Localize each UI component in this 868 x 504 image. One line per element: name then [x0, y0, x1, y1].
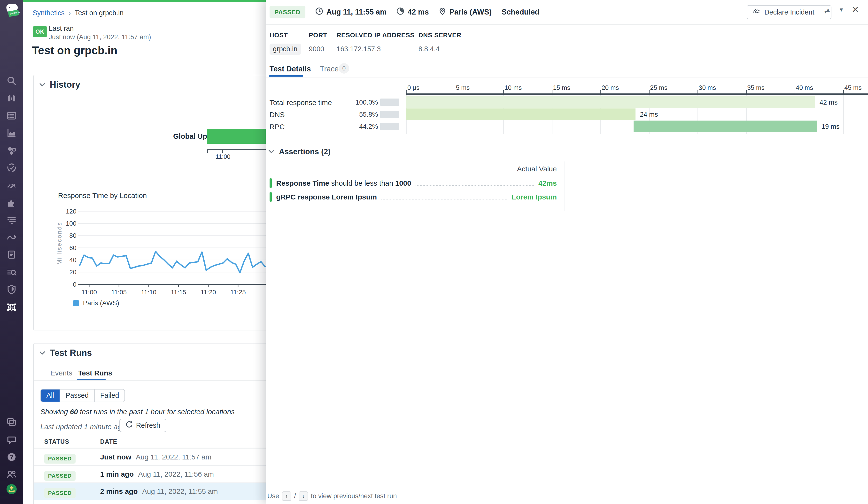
- waterfall-percent-minibar: [380, 123, 399, 130]
- uptime-tick-label: 11:00: [213, 153, 234, 160]
- filter-passed-button[interactable]: Passed: [60, 389, 95, 402]
- svg-text:60: 60: [69, 244, 76, 252]
- refresh-button[interactable]: Refresh: [120, 419, 166, 432]
- logs-icon[interactable]: [6, 214, 17, 225]
- result-location: Paris (AWS): [439, 7, 492, 17]
- run-status-badge: PASSED: [44, 471, 76, 481]
- search-icon[interactable]: [6, 75, 17, 86]
- previous-run-button[interactable]: ▲: [825, 7, 831, 13]
- chart-legend[interactable]: Paris (AWS): [73, 299, 119, 307]
- result-trigger: Scheduled: [502, 8, 539, 17]
- recent-pages-icon[interactable]: [6, 416, 17, 427]
- tab-trace[interactable]: Trace: [320, 65, 339, 73]
- tab-test-runs[interactable]: Test Runs: [78, 369, 112, 377]
- clock-icon: [315, 7, 323, 17]
- dashboards-icon[interactable]: [6, 110, 17, 121]
- pipelines-icon[interactable]: [6, 232, 17, 243]
- svg-text:80: 80: [69, 232, 76, 239]
- avatar-icon[interactable]: [6, 484, 17, 495]
- dns-server-label: DNS SERVER: [418, 31, 461, 39]
- security-icon[interactable]: [6, 284, 17, 295]
- divider: [266, 24, 868, 25]
- apm-icon[interactable]: [6, 145, 17, 156]
- trace-count-badge: 0: [339, 63, 349, 74]
- waterfall-tick-mark: [795, 90, 795, 94]
- history-collapse-toggle[interactable]: History: [39, 80, 80, 90]
- waterfall-bar[interactable]: [633, 120, 817, 132]
- response-time-chart[interactable]: 02040608010012011:0011:0511:1011:1511:20…: [56, 208, 267, 296]
- breadcrumb: Synthetics › Test on grpcb.in: [33, 9, 124, 17]
- loading-progress-bar: [23, 0, 266, 2]
- divider: [565, 161, 565, 211]
- svg-text:120: 120: [66, 208, 76, 215]
- assertion-pass-indicator: [270, 192, 272, 202]
- assertion-row: gRPC response Lorem IpsumLorem Ipsum: [270, 191, 557, 203]
- dotted-leader: [416, 181, 534, 186]
- keyboard-hint-footer: Use ↑ / ↓ to view previous/next test run: [267, 491, 397, 501]
- waterfall-tick-label: 40 ms: [796, 84, 813, 92]
- waterfall-bar[interactable]: [406, 108, 635, 120]
- waterfall-tick-mark: [600, 90, 601, 94]
- waterfall-row-label: DNS: [270, 111, 285, 119]
- tab-test-details[interactable]: Test Details: [270, 65, 311, 73]
- waterfall-tick-label: 30 ms: [699, 84, 716, 92]
- monitors-icon[interactable]: [6, 162, 17, 173]
- watchdog-icon[interactable]: [6, 93, 17, 104]
- log-explorer-icon[interactable]: [6, 267, 17, 278]
- integrations-icon[interactable]: [6, 197, 17, 208]
- breadcrumb-synthetics-link[interactable]: Synthetics: [33, 9, 65, 17]
- close-icon[interactable]: ×: [852, 3, 859, 16]
- waterfall-tick-mark: [698, 90, 698, 94]
- chevron-down-icon: [39, 351, 45, 355]
- waterfall-tick-label: 0 µs: [407, 84, 420, 92]
- filter-failed-button[interactable]: Failed: [95, 389, 124, 402]
- test-runs-title: Test Runs: [50, 348, 92, 358]
- siren-icon: [753, 8, 761, 17]
- performance-icon[interactable]: [6, 180, 17, 191]
- datadog-logo-icon[interactable]: PREPROD: [3, 3, 20, 21]
- waterfall-duration-label: 24 ms: [640, 111, 658, 118]
- synthetics-icon[interactable]: [6, 302, 17, 313]
- tab-events[interactable]: Events: [50, 369, 72, 377]
- test-runs-collapse-toggle[interactable]: Test Runs: [39, 348, 92, 358]
- waterfall-tick-label: 35 ms: [747, 84, 765, 92]
- result-datetime: Aug 11, 11:55 am: [315, 7, 386, 17]
- legend-label-paris: Paris (AWS): [83, 299, 120, 307]
- run-date: 2 mins agoAug 11, 2022, 11:55 am: [100, 487, 218, 495]
- uptime-tick: [222, 150, 223, 153]
- last-ran-label: Last ran: [49, 24, 74, 32]
- next-run-button[interactable]: ▼: [839, 7, 844, 13]
- actual-value-column-header: Actual Value: [487, 165, 557, 173]
- divider: [266, 77, 868, 77]
- host-value: grpcb.in: [270, 44, 301, 55]
- declare-incident-button[interactable]: Declare Incident: [747, 5, 820, 19]
- waterfall-tick-label: 20 ms: [602, 84, 619, 92]
- arrow-up-key: ↑: [282, 491, 291, 501]
- waterfall-bar[interactable]: [406, 96, 815, 108]
- waterfall-tick-label: 15 ms: [553, 84, 570, 92]
- assertions-collapse-toggle[interactable]: Assertions (2): [268, 147, 331, 156]
- assertion-pass-indicator: [270, 178, 272, 188]
- waterfall-tick-mark: [552, 90, 552, 94]
- runs-summary-text: Showing 60 test runs in the past 1 hour …: [40, 408, 235, 416]
- result-duration: 42 ms: [396, 7, 429, 17]
- last-ran-value: Just now (Aug 11, 2022, 11:57 am): [49, 33, 151, 41]
- notebooks-icon[interactable]: [6, 249, 17, 260]
- assertion-row: Response Time should be less than 100042…: [270, 178, 557, 189]
- waterfall-gridline: [843, 95, 844, 134]
- help-icon[interactable]: ?: [6, 451, 17, 463]
- dotted-leader: [381, 195, 507, 199]
- svg-text:0: 0: [73, 281, 76, 288]
- active-tab-underline: [269, 75, 303, 77]
- uptime-tick: [207, 150, 208, 153]
- members-icon[interactable]: [6, 469, 17, 480]
- port-label: PORT: [309, 31, 327, 39]
- test-result-detail-panel: PASSED Aug 11, 11:55 am 42 ms Paris (AWS…: [266, 0, 868, 504]
- metrics-icon[interactable]: [6, 127, 17, 138]
- filter-all-button[interactable]: All: [41, 389, 60, 402]
- waterfall-tick-label: 10 ms: [505, 84, 522, 92]
- assertions-title: Assertions (2): [279, 147, 331, 156]
- arrow-down-key: ↓: [299, 491, 308, 501]
- chat-icon[interactable]: [6, 434, 17, 445]
- run-status-badge: PASSED: [44, 454, 76, 464]
